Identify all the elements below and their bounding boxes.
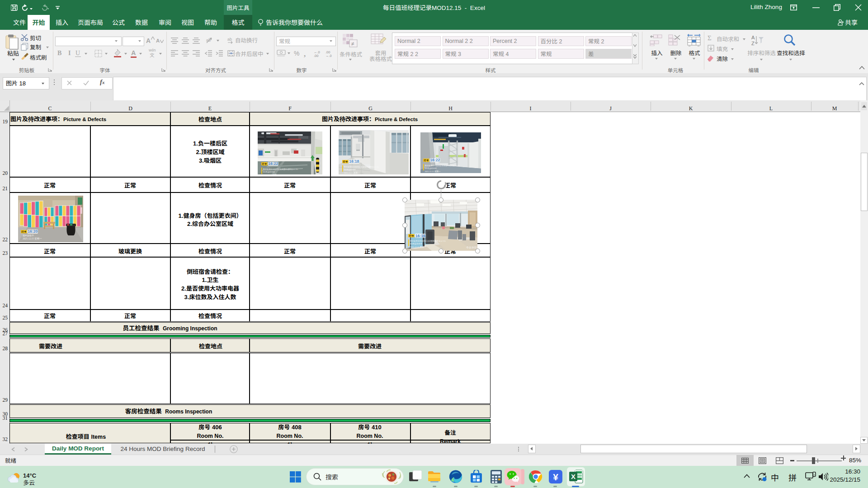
svg-text:16:20: 16:20 xyxy=(28,229,38,234)
svg-text:2025.12.15 星期一: 2025.12.15 星期一 xyxy=(23,237,42,240)
svg-text:16:18: 16:18 xyxy=(349,159,359,164)
svg-text:ab: ab xyxy=(206,37,211,43)
svg-text:打卡: 打卡 xyxy=(21,230,26,234)
svg-text:16:22: 16:22 xyxy=(268,161,278,166)
svg-text:2025.12.15 星期一: 2025.12.15 星期一 xyxy=(263,174,279,174)
svg-text:¥: ¥ xyxy=(553,472,558,482)
svg-text:16:22: 16:22 xyxy=(430,158,440,162)
svg-text:打卡: 打卡 xyxy=(343,160,348,164)
svg-text:≠: ≠ xyxy=(351,39,354,47)
svg-text:RK商业综合体: RK商业综合体 xyxy=(263,170,275,173)
svg-text:RK商业综合体: RK商业综合体 xyxy=(425,167,437,169)
svg-text:打卡: 打卡 xyxy=(424,159,429,162)
svg-text:Z: Z xyxy=(751,41,755,46)
svg-text:→.0: →.0 xyxy=(326,53,332,57)
svg-text:打卡: 打卡 xyxy=(262,162,267,166)
svg-text:2025.12.15 星期一: 2025.12.15 星期一 xyxy=(425,170,441,173)
svg-text:2025.12.15 星期一: 2025.12.15 星期一 xyxy=(344,171,360,174)
svg-text:RK商业综合体: RK商业综合体 xyxy=(344,168,356,171)
svg-text:RK商业综合体: RK商业综合体 xyxy=(410,242,423,245)
svg-text:今日水印: 今日水印 xyxy=(466,245,477,249)
svg-text:打卡: 打卡 xyxy=(409,234,414,238)
svg-text:.00: .00 xyxy=(314,53,318,57)
svg-text:16:16: 16:16 xyxy=(415,234,425,238)
svg-text:A: A xyxy=(751,35,755,40)
svg-text:X: X xyxy=(571,473,576,480)
svg-text:2025.12.15 星期一: 2025.12.15 星期一 xyxy=(410,245,426,248)
